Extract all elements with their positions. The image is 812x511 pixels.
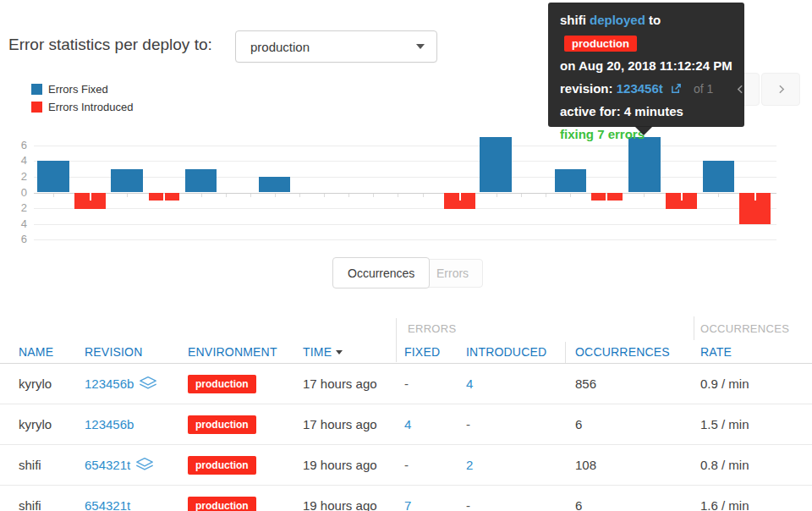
tooltip-date: on Aug 20, 2018 11:12:24 PM [560, 55, 732, 78]
tooltip-revision-label: revision: [560, 81, 613, 96]
x-axis-tick [644, 194, 645, 197]
chart-bar[interactable] [185, 169, 217, 193]
cell-introduced[interactable]: 2 [464, 458, 565, 472]
x-axis-tick [497, 194, 497, 197]
x-axis-tick [299, 194, 300, 197]
chevron-left-icon [735, 84, 746, 95]
gridline [34, 161, 776, 162]
external-link-icon[interactable] [671, 79, 682, 102]
cell-occurrences: 856 [565, 376, 694, 391]
column-header-rate[interactable]: RATE [694, 345, 812, 359]
tooltip-caret [634, 126, 653, 135]
chart-bar[interactable] [444, 193, 475, 209]
cell-time: 17 hours ago [301, 417, 396, 431]
cell-fixed[interactable]: 4 [396, 417, 464, 431]
column-separator [565, 342, 566, 363]
deploy-tooltip: shifi deployed to production on Aug 20, … [548, 3, 744, 127]
cell-rate: 1.5 / min [694, 417, 812, 431]
occurrences-toggle-button[interactable]: Occurrences [332, 257, 430, 288]
cell-environment: production [188, 375, 301, 393]
column-header-fixed[interactable]: FIXED [396, 345, 464, 359]
revision-link[interactable]: 654321t [85, 458, 130, 472]
sort-caret-icon [336, 350, 343, 354]
chart-bar[interactable] [739, 193, 771, 224]
tooltip-active-for: active for: 4 minutes [560, 101, 732, 124]
y-axis-tick-label: 6 [3, 139, 27, 151]
cell-revision: 123456b [66, 417, 188, 431]
stack-layers-icon[interactable] [135, 457, 154, 474]
y-axis-tick-label: 6 [3, 233, 27, 245]
chart-bar[interactable] [703, 161, 734, 192]
x-axis-tick [521, 194, 522, 197]
cell-fixed[interactable]: 7 [396, 498, 464, 511]
pagination-label: of 1 [694, 82, 713, 96]
cell-occurrences: 6 [565, 498, 694, 511]
chart-bar[interactable] [555, 169, 586, 193]
chart-bar[interactable] [149, 193, 163, 201]
cell-name: shifi [0, 498, 66, 511]
cell-occurrences: 6 [565, 417, 694, 431]
environment-badge: production [188, 415, 256, 434]
chart-bar[interactable] [666, 193, 697, 209]
column-header-environment[interactable]: ENVIRONMENT [188, 345, 301, 359]
chart-bar[interactable] [607, 193, 623, 201]
tooltip-revision-link[interactable]: 123456t [617, 81, 663, 96]
cell-environment: production [188, 456, 301, 475]
cell-occurrences: 108 [565, 458, 694, 472]
cell-revision: 654321t [66, 498, 188, 511]
chart-bar[interactable] [591, 193, 606, 201]
column-header-time[interactable]: TIME [301, 345, 396, 359]
cell-fixed: - [396, 376, 464, 391]
table-row: kyrylo 123456b production 17 hours ago -… [0, 364, 812, 404]
x-axis-tick [546, 194, 546, 197]
y-axis-tick-label: 0 [3, 186, 27, 199]
y-axis-tick-label: 2 [3, 170, 27, 183]
cell-environment: production [188, 497, 301, 511]
table-header-row: NAME REVISION ENVIRONMENT TIME FIXED INT… [0, 340, 812, 364]
chart-bar[interactable] [74, 193, 106, 209]
chart-bar[interactable] [480, 137, 512, 192]
chart-bar[interactable] [111, 169, 143, 193]
y-axis-tick-label: 2 [3, 201, 27, 214]
revision-link[interactable]: 654321t [85, 498, 130, 511]
x-axis-tick [570, 194, 571, 197]
cell-rate: 0.8 / min [694, 458, 812, 472]
column-header-introduced[interactable]: INTRODUCED [464, 345, 565, 359]
x-axis-tick [373, 194, 374, 197]
tooltip-environment-badge: production [564, 36, 637, 52]
bar-gap-notch [681, 193, 683, 201]
x-axis-tick [348, 194, 349, 197]
x-axis-tick [398, 194, 398, 197]
tooltip-line-deploy: shifi deployed to production [560, 9, 732, 55]
x-axis-tick [226, 194, 227, 197]
chart-bar[interactable] [259, 177, 290, 193]
x-axis-tick [250, 194, 251, 197]
column-header-name[interactable]: NAME [0, 345, 66, 359]
x-axis-tick [53, 194, 54, 197]
revision-link[interactable]: 123456b [85, 376, 134, 391]
chart-bar[interactable] [628, 137, 661, 192]
revision-link[interactable]: 123456b [85, 417, 134, 431]
x-axis-tick [324, 194, 325, 197]
cell-introduced[interactable]: 4 [464, 376, 565, 391]
bar-gap-notch [754, 193, 756, 201]
group-header-errors: ERRORS [396, 322, 565, 335]
x-axis-tick [127, 194, 128, 197]
cell-name: shifi [0, 458, 66, 472]
column-header-occurrences[interactable]: OCCURRENCES [565, 345, 694, 359]
chart-bar[interactable] [165, 193, 179, 201]
chevron-right-icon [776, 84, 787, 95]
stack-layers-icon[interactable] [139, 376, 157, 393]
cell-rate: 1.6 / min [694, 498, 812, 511]
column-header-revision[interactable]: REVISION [66, 345, 188, 359]
gridline [34, 224, 776, 225]
table-row: kyrylo 123456b production 17 hours ago 4… [0, 404, 812, 445]
errors-toggle-button[interactable]: Errors [422, 259, 483, 288]
chart-bar[interactable] [37, 161, 69, 192]
cell-time: 19 hours ago [301, 498, 396, 511]
y-axis-tick-label: 4 [3, 154, 27, 167]
group-header-occurrences: OCCURRENCES [694, 322, 812, 335]
x-axis-tick [423, 194, 424, 197]
tooltip-action-link[interactable]: deployed [590, 13, 645, 27]
tooltip-user: shifi [560, 13, 586, 27]
